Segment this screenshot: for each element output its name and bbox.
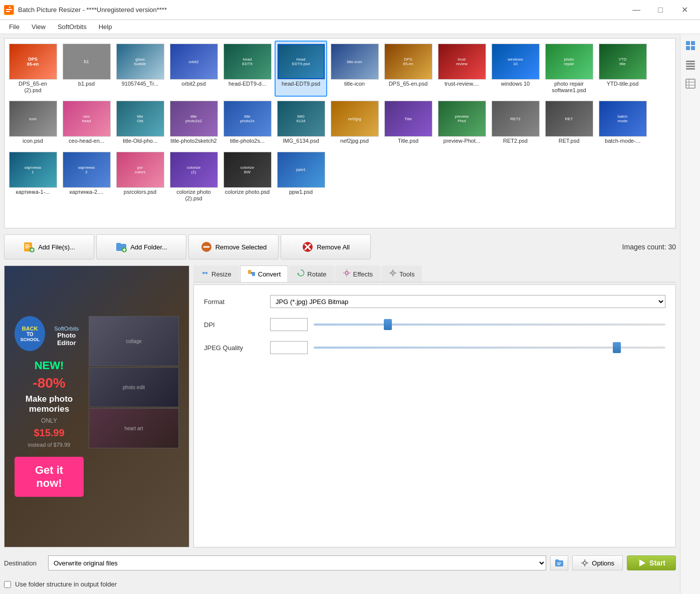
file-item[interactable]: DPS65-enDPS_65-en (2).psd <box>7 41 59 97</box>
remove-all-button[interactable]: Remove All <box>281 234 371 259</box>
file-name: RET.psd <box>559 138 580 144</box>
file-item[interactable]: titlephoto2stitle-photo2s... <box>221 98 274 147</box>
svg-rect-18 <box>25 246 30 247</box>
bottom-panel: BACK TO SCHOOL SoftOrbits Photo Editor N… <box>4 265 676 547</box>
file-name: trust-review.... <box>444 81 479 87</box>
tab-convert[interactable]: Convert <box>240 265 289 282</box>
file-item[interactable]: titleOldtitle-Old-pho... <box>114 98 166 147</box>
file-name: Title.psd <box>398 138 418 144</box>
format-row: Format JPG (*.jpg) JPEG BitmapPNG (*.png… <box>204 295 665 308</box>
rotate-tab-label: Rotate <box>307 270 326 278</box>
promo-badge-back: BACK <box>22 326 38 332</box>
format-select[interactable]: JPG (*.jpg) JPEG BitmapPNG (*.png)BMP (*… <box>270 295 665 308</box>
images-count: Images count: 30 <box>622 243 676 251</box>
file-item[interactable]: titlephoto2s2title-photo2sketch2 <box>167 98 220 147</box>
browse-folder-button[interactable] <box>550 555 568 570</box>
file-name: colorize photo.psd <box>225 189 270 195</box>
tab-tools[interactable]: Tools <box>381 265 422 282</box>
file-name: DPS_65-en (2).psd <box>10 81 56 94</box>
tab-rotate[interactable]: Rotate <box>289 265 334 282</box>
rotate-tab-icon <box>297 269 305 279</box>
file-item[interactable]: previewPhotpreview-Phot... <box>435 98 488 147</box>
promo-badge-to: TO <box>27 332 34 337</box>
file-item[interactable]: glassbubble91057445_Tr... <box>114 41 166 97</box>
promo-image-3: heart art <box>89 408 179 448</box>
close-button[interactable]: ✕ <box>673 3 696 18</box>
file-item[interactable]: colorizeBWcolorize photo.psd <box>221 149 274 205</box>
svg-rect-12 <box>686 79 695 88</box>
file-item[interactable]: title-icontitle-icon <box>328 41 381 97</box>
file-item[interactable]: trustreviewtrust-review.... <box>435 41 488 97</box>
promo-cta-button[interactable]: Get it now! <box>15 457 84 497</box>
file-item[interactable]: windows10windows 10 <box>489 41 542 97</box>
tab-effects[interactable]: Effects <box>335 265 381 282</box>
file-item[interactable]: colorize(2)colorize photo (2).psd <box>167 149 220 205</box>
toolbar: Add File(s)... Add Folder... Remove Sele… <box>4 232 676 261</box>
file-item[interactable]: ceoheadceo-head-en... <box>60 98 113 147</box>
file-name: title-photo2s... <box>230 138 265 144</box>
titlebar-left: Batch Picture Resizer - ****Unregistered… <box>4 5 167 15</box>
add-folder-button[interactable]: Add Folder... <box>96 234 186 259</box>
file-grid-container[interactable]: DPS65-enDPS_65-en (2).psdb1b1.psdglassbu… <box>4 38 676 228</box>
jpeg-quality-input[interactable]: 90 <box>270 341 308 354</box>
tab-resize[interactable]: Resize <box>193 265 239 282</box>
dpi-slider[interactable] <box>314 318 665 331</box>
maximize-button[interactable]: □ <box>649 3 672 18</box>
file-item[interactable]: psrcolorspsrcolors.psd <box>114 149 166 205</box>
file-item[interactable]: IMG6134IMG_6134.psd <box>275 98 327 147</box>
details-view-icon[interactable] <box>683 76 698 91</box>
tools-tab-icon <box>389 269 397 279</box>
menu-view[interactable]: View <box>27 21 51 33</box>
file-item[interactable]: ppw1ppw1.psd <box>275 149 327 205</box>
remove-selected-button[interactable]: Remove Selected <box>188 234 279 259</box>
destination-select[interactable]: Overwrite original filesSave to subfolde… <box>48 555 546 570</box>
promo-area[interactable]: BACK TO SCHOOL SoftOrbits Photo Editor N… <box>4 265 189 547</box>
file-name: orbit2.psd <box>181 81 205 87</box>
add-files-button[interactable]: Add File(s)... <box>4 234 94 259</box>
minimize-button[interactable]: — <box>625 3 648 18</box>
file-item[interactable]: orbit2orbit2.psd <box>167 41 220 97</box>
folder-structure-checkbox[interactable] <box>4 581 11 588</box>
file-item[interactable]: nef2jpgnef2jpg.psd <box>328 98 381 147</box>
file-name: title-photo2sketch2 <box>170 138 216 144</box>
file-item[interactable]: iconicon.psd <box>7 98 59 147</box>
menu-help[interactable]: Help <box>94 21 117 33</box>
destination-label: Destination <box>4 559 44 567</box>
dpi-thumb[interactable] <box>384 319 392 330</box>
file-item[interactable]: photorepairphoto repair software1.psd <box>543 41 595 97</box>
svg-rect-31 <box>248 270 251 274</box>
file-item[interactable]: headEDT9.psdhead-EDT9.psd <box>275 41 327 97</box>
svg-marker-52 <box>639 559 645 566</box>
jpeg-quality-thumb[interactable] <box>613 342 621 353</box>
menu-softorbits[interactable]: SoftOrbits <box>53 21 92 33</box>
options-button[interactable]: Options <box>572 555 623 570</box>
file-item[interactable]: RETRET.psd <box>543 98 595 147</box>
effects-tab-label: Effects <box>353 270 373 278</box>
file-item[interactable]: headEDT9head-EDT9-d... <box>221 41 274 97</box>
remove-all-label: Remove All <box>317 243 350 251</box>
svg-point-38 <box>345 271 348 274</box>
thumbnail-view-icon[interactable] <box>683 38 698 53</box>
file-item[interactable]: картинка1картинка-1-... <box>7 149 59 205</box>
file-item[interactable]: b1b1.psd <box>60 41 113 97</box>
file-item[interactable]: картинка2картинка-2.... <box>60 149 113 205</box>
svg-rect-11 <box>686 68 695 70</box>
jpeg-quality-label: JPEG Quality <box>204 344 264 352</box>
file-name: windows 10 <box>501 81 530 87</box>
promo-only: ONLY <box>15 417 84 424</box>
list-view-icon[interactable] <box>683 57 698 72</box>
file-item[interactable]: DPS65-enDPS_65-en.psd <box>382 41 434 97</box>
file-name: head-EDT9.psd <box>282 81 320 87</box>
file-item[interactable]: YTDtitleYTD-title.psd <box>596 41 649 97</box>
menu-file[interactable]: File <box>4 21 25 33</box>
dpi-track <box>314 324 665 326</box>
file-name: ceo-head-en... <box>69 138 104 144</box>
jpeg-quality-slider[interactable] <box>314 341 665 354</box>
promo-badge: BACK TO SCHOOL <box>15 316 45 351</box>
dpi-input[interactable]: 100 <box>270 318 308 331</box>
file-item[interactable]: TitleTitle.psd <box>382 98 434 147</box>
add-files-icon <box>23 241 35 253</box>
start-button[interactable]: Start <box>627 555 676 570</box>
file-item[interactable]: RET2RET2.psd <box>489 98 542 147</box>
file-item[interactable]: batchmodebatch-mode-... <box>596 98 649 147</box>
